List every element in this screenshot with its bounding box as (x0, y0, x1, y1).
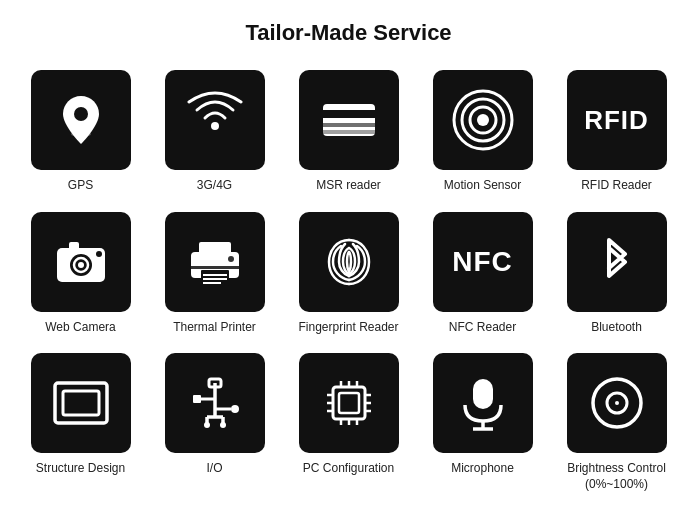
motion-icon (451, 88, 515, 152)
structure-label: Structure Design (36, 461, 125, 477)
fingerprint-icon (317, 230, 381, 294)
nfc-icon-box: NFC (433, 212, 533, 312)
pc-icon-box (299, 353, 399, 453)
svg-point-32 (231, 405, 239, 413)
svg-rect-18 (199, 242, 231, 256)
svg-rect-39 (339, 393, 359, 413)
printer-icon (183, 230, 247, 294)
item-fingerprint: Fingerprint Reader (287, 212, 411, 336)
pc-label: PC Configuration (303, 461, 394, 477)
brightness-label: Brightness Control (0%~100%) (567, 461, 666, 492)
svg-point-36 (204, 422, 210, 428)
svg-point-16 (96, 251, 102, 257)
3g4g-icon-box (165, 70, 265, 170)
gps-icon (49, 88, 113, 152)
fingerprint-icon-box (299, 212, 399, 312)
microphone-icon-box (433, 353, 533, 453)
structure-icon (49, 371, 113, 435)
brightness-icon (585, 371, 649, 435)
msr-icon (317, 88, 381, 152)
item-3g4g: 3G/4G (153, 70, 277, 194)
io-icon (183, 371, 247, 435)
svg-point-1 (74, 107, 88, 121)
msr-icon-box (299, 70, 399, 170)
item-msr: MSR reader (287, 70, 411, 194)
svg-rect-5 (323, 123, 375, 127)
msr-label: MSR reader (316, 178, 381, 194)
svg-rect-26 (63, 391, 99, 415)
webcam-label: Web Camera (45, 320, 115, 336)
svg-rect-52 (473, 379, 493, 409)
webcam-icon (49, 230, 113, 294)
svg-rect-15 (69, 242, 79, 250)
item-rfid: RFID RFID Reader (555, 70, 679, 194)
motion-label: Motion Sensor (444, 178, 521, 194)
printer-label: Thermal Printer (173, 320, 256, 336)
bluetooth-icon (585, 230, 649, 294)
item-structure: Structure Design (19, 353, 143, 492)
page-title: Tailor-Made Service (245, 20, 451, 46)
item-webcam: Web Camera (19, 212, 143, 336)
brightness-icon-box (567, 353, 667, 453)
service-grid: GPS 3G/4G (19, 70, 679, 492)
microphone-label: Microphone (451, 461, 514, 477)
webcam-icon-box (31, 212, 131, 312)
item-bluetooth: Bluetooth (555, 212, 679, 336)
svg-rect-6 (323, 130, 375, 134)
rfid-text: RFID (584, 105, 649, 136)
rfid-icon-box: RFID (567, 70, 667, 170)
motion-icon-box (433, 70, 533, 170)
bluetooth-label: Bluetooth (591, 320, 642, 336)
svg-point-2 (211, 122, 219, 130)
svg-rect-21 (203, 278, 227, 280)
3g4g-icon (183, 88, 247, 152)
svg-point-14 (78, 262, 84, 268)
svg-rect-20 (203, 274, 227, 276)
svg-point-57 (615, 401, 619, 405)
svg-point-7 (477, 114, 489, 126)
rfid-label: RFID Reader (581, 178, 652, 194)
microphone-icon (451, 371, 515, 435)
item-io: I/O (153, 353, 277, 492)
item-nfc: NFC NFC Reader (421, 212, 545, 336)
3g4g-label: 3G/4G (197, 178, 232, 194)
item-motion: Motion Sensor (421, 70, 545, 194)
item-microphone: Microphone (421, 353, 545, 492)
item-brightness: Brightness Control (0%~100%) (555, 353, 679, 492)
svg-rect-22 (203, 282, 221, 284)
bluetooth-icon-box (567, 212, 667, 312)
item-gps: GPS (19, 70, 143, 194)
nfc-label: NFC Reader (449, 320, 516, 336)
io-label: I/O (206, 461, 222, 477)
item-pc: PC Configuration (287, 353, 411, 492)
io-icon-box (165, 353, 265, 453)
structure-icon-box (31, 353, 131, 453)
svg-rect-30 (193, 395, 201, 403)
pc-icon (317, 371, 381, 435)
gps-label: GPS (68, 178, 93, 194)
gps-icon-box (31, 70, 131, 170)
svg-point-37 (220, 422, 226, 428)
printer-icon-box (165, 212, 265, 312)
svg-rect-23 (191, 266, 239, 269)
item-printer: Thermal Printer (153, 212, 277, 336)
svg-rect-4 (323, 110, 375, 118)
svg-point-24 (228, 256, 234, 262)
nfc-text: NFC (452, 246, 513, 278)
fingerprint-label: Fingerprint Reader (298, 320, 398, 336)
